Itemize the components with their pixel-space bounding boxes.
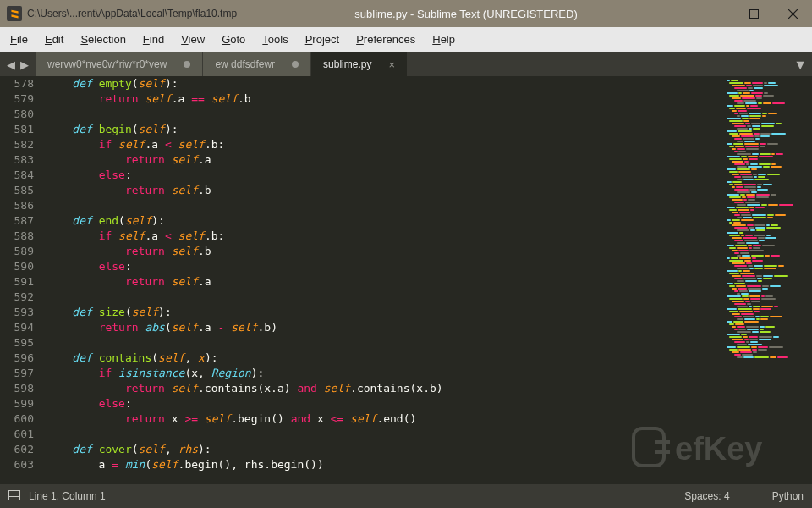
tab-label: wervw0*nve0w*riw*r0*vew (47, 58, 167, 70)
code-line: def size(self): (46, 305, 723, 320)
titlebar-path: C:\Users\...rent\AppData\Local\Temp\fla1… (27, 8, 237, 19)
line-number: 581 (0, 122, 34, 137)
code-line: return self.b (46, 183, 723, 198)
line-number: 601 (0, 427, 34, 442)
tab-dirty-icon (292, 61, 299, 68)
svg-rect-0 (710, 14, 720, 14)
code-line: if self.a < self.b: (46, 229, 723, 244)
code-line: return self.a == self.b (46, 91, 723, 107)
line-number: 596 (0, 351, 34, 366)
code-line: def empty(self): (46, 76, 723, 91)
menu-preferences[interactable]: Preferences (348, 30, 424, 49)
code-line: def cover(self, rhs): (46, 442, 723, 457)
nav-back-icon[interactable]: ◀ (7, 58, 15, 71)
line-number: 595 (0, 335, 34, 351)
gutter[interactable]: 5785795805815825835845855865875885895905… (0, 76, 42, 484)
code-line: else: (46, 168, 723, 183)
line-number: 600 (0, 411, 34, 427)
menu-project[interactable]: Project (297, 30, 348, 49)
line-number: 593 (0, 305, 34, 320)
code-line: if isinstance(x, Region): (46, 366, 723, 381)
menu-selection[interactable]: Selection (72, 30, 134, 49)
line-number: 587 (0, 213, 34, 229)
status-indent[interactable]: Spaces: 4 (684, 490, 729, 502)
status-position[interactable]: Line 1, Column 1 (29, 490, 106, 502)
window-maximize-button[interactable] (734, 0, 773, 27)
line-number: 594 (0, 320, 34, 335)
menu-goto[interactable]: Goto (213, 30, 254, 49)
menu-help[interactable]: Help (424, 30, 464, 49)
code-line: def begin(self): (46, 122, 723, 137)
statusbar: Line 1, Column 1 Spaces: 4 Python (0, 484, 812, 508)
nav-forward-icon[interactable]: ▶ (20, 58, 29, 71)
code-line: return self.a (46, 274, 723, 290)
tab-label: ew ddfsdfewr (215, 58, 275, 70)
svg-rect-6 (9, 490, 20, 500)
line-number: 578 (0, 76, 34, 91)
line-number: 579 (0, 91, 34, 107)
code-line: else: (46, 396, 723, 411)
svg-rect-1 (749, 9, 758, 18)
code-line: def end(self): (46, 213, 723, 229)
tab-label: sublime.py (323, 58, 371, 70)
tab-close-icon[interactable]: × (388, 58, 395, 71)
code-line: return x >= self.begin() and x <= self.e… (46, 411, 723, 427)
code-editor[interactable]: def empty(self): return self.a == self.b… (42, 76, 723, 484)
tab-0[interactable]: wervw0*nve0w*riw*r0*vew (36, 52, 202, 76)
window-close-button[interactable] (773, 0, 812, 27)
line-number: 602 (0, 442, 34, 457)
line-number: 590 (0, 259, 34, 274)
code-line: return self.a (46, 152, 723, 168)
line-number: 603 (0, 457, 34, 472)
menu-view[interactable]: View (173, 30, 213, 49)
line-number: 583 (0, 152, 34, 168)
code-line (46, 290, 723, 305)
line-number: 597 (0, 366, 34, 381)
menubar: FileEditSelectionFindViewGotoToolsProjec… (0, 27, 812, 52)
titlebar-title: sublime.py - Sublime Text (UNREGISTERED) (237, 8, 695, 20)
code-line (46, 427, 723, 442)
menu-file[interactable]: File (2, 30, 36, 49)
tab-bar: ◀ ▶ wervw0*nve0w*riw*r0*vewew ddfsdfewrs… (0, 52, 812, 76)
line-number: 598 (0, 381, 34, 396)
code-line: return abs(self.a - self.b) (46, 320, 723, 335)
code-line (46, 198, 723, 213)
code-line: else: (46, 259, 723, 274)
line-number: 580 (0, 107, 34, 122)
code-line: return self.b (46, 244, 723, 259)
editor-area: 5785795805815825835845855865875885895905… (0, 76, 812, 484)
line-number: 584 (0, 168, 34, 183)
line-number: 586 (0, 198, 34, 213)
tab-dropdown-icon[interactable]: ▼ (793, 58, 807, 73)
code-line: return self.contains(x.a) and self.conta… (46, 381, 723, 396)
line-number: 592 (0, 290, 34, 305)
status-language[interactable]: Python (772, 490, 804, 502)
line-number: 589 (0, 244, 34, 259)
tab-2[interactable]: sublime.py× (311, 52, 407, 76)
code-line: if self.a < self.b: (46, 137, 723, 152)
panel-switcher-icon[interactable] (8, 490, 20, 503)
tab-1[interactable]: ew ddfsdfewr (203, 52, 310, 76)
app-icon (7, 6, 22, 21)
line-number: 585 (0, 183, 34, 198)
window-minimize-button[interactable] (695, 0, 734, 27)
titlebar: C:\Users\...rent\AppData\Local\Temp\fla1… (0, 0, 812, 27)
line-number: 599 (0, 396, 34, 411)
menu-tools[interactable]: Tools (254, 30, 296, 49)
tab-dirty-icon (184, 61, 190, 68)
minimap[interactable] (723, 76, 812, 484)
menu-edit[interactable]: Edit (36, 30, 72, 49)
line-number: 582 (0, 137, 34, 152)
menu-find[interactable]: Find (134, 30, 173, 49)
code-line (46, 107, 723, 122)
line-number: 591 (0, 274, 34, 290)
code-line: a = min(self.begin(), rhs.begin()) (46, 457, 723, 472)
code-line: def contains(self, x): (46, 351, 723, 366)
code-line (46, 335, 723, 351)
line-number: 588 (0, 229, 34, 244)
